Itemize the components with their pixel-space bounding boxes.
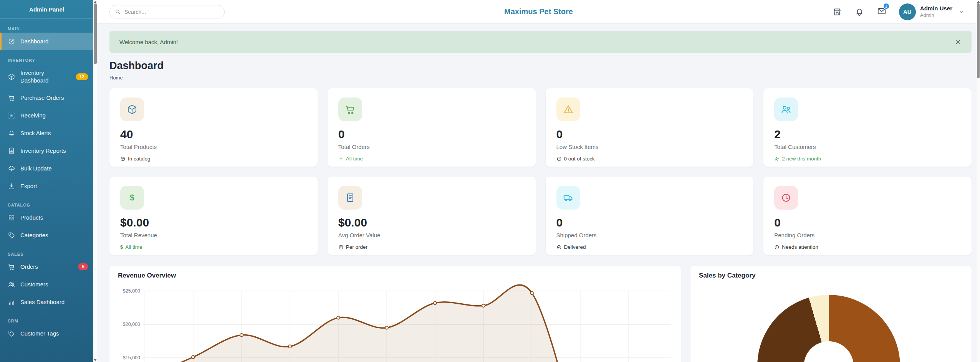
sidebar-item-label: Export	[20, 182, 88, 190]
stat-icon-tile	[774, 98, 798, 121]
barcode-icon	[8, 112, 15, 119]
cloud-upload-icon	[8, 165, 15, 172]
cart-icon	[344, 104, 356, 115]
topbar-actions: 3 AU Admin User Admin	[832, 3, 965, 20]
sidebar-item-sales-dashboard[interactable]: Sales Dashboard	[0, 293, 93, 311]
data-point-marker	[530, 291, 533, 294]
close-icon[interactable]	[955, 38, 962, 45]
bell-icon[interactable]	[854, 7, 864, 17]
sidebar-item-receiving[interactable]: Receiving	[0, 107, 93, 124]
user-menu[interactable]: AU Admin User Admin	[899, 3, 965, 20]
data-point-marker	[482, 304, 485, 307]
stat-value: 40	[120, 128, 307, 141]
main-area: Maximus Pet Store 3 AU Admin User Admin	[97, 0, 980, 362]
sidebar-item-customer-tags[interactable]: Customer Tags	[0, 325, 93, 342]
stat-label: Total Customers	[774, 144, 961, 150]
sidebar-item-export[interactable]: Export	[0, 177, 93, 195]
store-icon[interactable]	[832, 7, 842, 17]
stat-footnote-text: 2 new this month	[782, 156, 821, 162]
scrollbar-thumb[interactable]	[94, 3, 97, 64]
data-point-marker	[337, 316, 340, 319]
sidebar-item-categories[interactable]: Categories	[0, 226, 93, 244]
sidebar-scrollbar[interactable]	[93, 0, 97, 362]
stat-card-low-stock-items: 0Low Stock Items0 out of stock	[546, 88, 754, 167]
stat-footnote: Needs attention	[774, 244, 961, 250]
download-icon	[8, 182, 15, 190]
category-chart-title: Sales by Category	[699, 272, 963, 279]
dollar-icon	[126, 192, 138, 203]
revenue-chart-title: Revenue Overview	[118, 272, 672, 279]
sidebar-title: Admin Panel	[0, 0, 93, 19]
truck-icon	[563, 192, 574, 203]
topbar: Maximus Pet Store 3 AU Admin User Admin	[97, 0, 980, 24]
stat-value: $0.00	[120, 216, 307, 229]
search-box	[109, 5, 225, 18]
sidebar-item-purchase-orders[interactable]: Purchase Orders	[0, 89, 93, 107]
chevron-down-icon	[958, 8, 965, 15]
stats-grid: 40Total ProductsIn catalog0Total OrdersA…	[109, 88, 972, 255]
app-root: Admin Panel MAINDashboardINVENTORYInvent…	[0, 0, 980, 362]
scroll-up-arrow-icon[interactable]	[94, 1, 97, 3]
sidebar-item-dashboard[interactable]: Dashboard	[0, 33, 93, 50]
y-axis-tick-label: $20,000	[123, 322, 140, 327]
revenue-line-chart: $25,000$20,000$15,000	[118, 284, 671, 362]
stat-value: 0	[338, 128, 525, 141]
sidebar-section-label: INVENTORY	[8, 58, 86, 63]
stat-footnote-text: In catalog	[128, 156, 151, 162]
sidebar: Admin Panel MAINDashboardINVENTORYInvent…	[0, 0, 93, 362]
sidebar-item-label: Bulk Update	[20, 165, 88, 172]
stat-value: 0	[556, 128, 743, 141]
stat-card-pending-orders: 0Pending OrdersNeeds attention	[763, 177, 972, 255]
sidebar-item-orders[interactable]: Orders5	[0, 258, 93, 276]
sidebar-item-label: Orders	[20, 263, 73, 271]
users-icon	[8, 281, 15, 288]
sidebar-item-label: Stock Alerts	[20, 129, 88, 137]
stat-footnote-text: All time	[125, 244, 142, 250]
y-axis-tick-label: $15,000	[123, 355, 140, 360]
scrollbar-thumb[interactable]	[977, 3, 980, 78]
stat-icon-tile	[338, 98, 362, 121]
stat-footnote: $All time	[120, 244, 307, 250]
breadcrumb[interactable]: Home	[109, 75, 972, 81]
sidebar-item-label: Receiving	[20, 112, 88, 119]
stat-card-total-customers: 2Total Customers2 new this month	[763, 88, 972, 167]
stat-icon-tile	[556, 186, 580, 210]
sidebar-item-label: Dashboard	[20, 38, 88, 45]
stat-card-total-orders: 0Total OrdersAll time	[328, 88, 536, 167]
data-point-marker	[288, 345, 291, 348]
sidebar-item-inventory-reports[interactable]: Inventory Reports	[0, 142, 93, 160]
user-plus-icon	[774, 156, 780, 162]
sidebar-item-inventory-dashboard[interactable]: Inventory Dashboard12	[0, 64, 93, 89]
stat-footnote: 0 out of stock	[556, 156, 743, 162]
stat-label: Low Stock Items	[556, 144, 743, 150]
stat-card-total-revenue: $0.00Total Revenue$All time	[109, 177, 318, 255]
revenue-overview-card: Revenue Overview $25,000$20,000$15,000	[109, 266, 681, 362]
charts-row: Revenue Overview $25,000$20,000$15,000 S…	[109, 266, 972, 362]
alert-circle-icon	[556, 156, 562, 162]
tag-icon	[8, 231, 15, 239]
banner-message: Welcome back, Admin!	[119, 39, 178, 45]
sidebar-section-label: CATALOG	[8, 203, 86, 207]
sidebar-item-customers[interactable]: Customers	[0, 276, 93, 293]
sidebar-item-products[interactable]: Products	[0, 209, 93, 226]
sidebar-item-label: Customers	[20, 281, 88, 288]
data-point-marker	[434, 301, 437, 304]
sidebar-item-label: Inventory Dashboard	[20, 69, 71, 84]
warning-icon	[563, 104, 574, 115]
sidebar-item-stock-alerts[interactable]: Stock Alerts	[0, 124, 93, 142]
search-input[interactable]	[109, 5, 225, 18]
stat-footnote-text: 0 out of stock	[564, 156, 595, 162]
alert-circle-icon	[774, 245, 780, 250]
scroll-down-arrow-icon[interactable]	[94, 359, 97, 361]
mail-button[interactable]: 3	[877, 6, 887, 17]
mail-badge: 3	[883, 3, 890, 10]
main-scrollbar[interactable]	[977, 0, 980, 362]
arrow-up-icon	[338, 156, 344, 162]
stat-card-shipped-orders: 0Shipped OrdersDelivered	[546, 177, 754, 255]
welcome-banner: Welcome back, Admin!	[109, 31, 972, 53]
grid-icon	[8, 214, 15, 221]
sidebar-item-label: Categories	[20, 231, 88, 239]
data-point-marker	[240, 334, 243, 337]
sidebar-item-bulk-update[interactable]: Bulk Update	[0, 160, 93, 177]
stat-label: Total Products	[120, 144, 307, 150]
